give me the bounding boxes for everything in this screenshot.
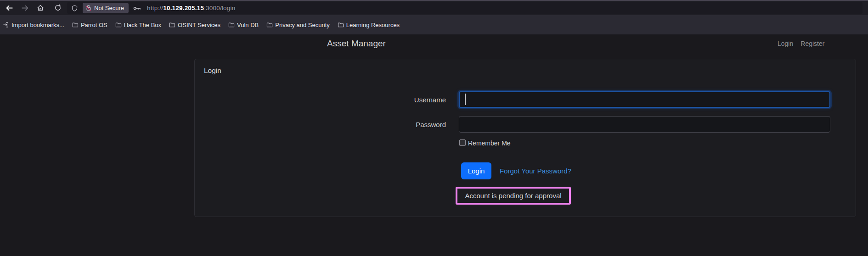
- folder-icon: [338, 22, 344, 28]
- app-brand: Asset Manager: [299, 39, 414, 49]
- reload-icon: [54, 4, 62, 11]
- not-secure-label: Not Secure: [94, 5, 124, 11]
- username-label: Username: [204, 96, 446, 104]
- username-input[interactable]: [459, 91, 830, 108]
- bookmark-label: Learning Resources: [346, 22, 400, 28]
- home-icon: [37, 4, 44, 11]
- bookmark-import[interactable]: Import bookmarks...: [3, 22, 64, 28]
- remember-me-label[interactable]: Remember Me: [468, 140, 511, 147]
- bookmark-label: Parrot OS: [81, 22, 107, 28]
- key-icon[interactable]: [133, 6, 141, 11]
- login-card: Login Username Password Remember Me Logi…: [194, 59, 856, 217]
- status-message: Account is pending for approval: [465, 192, 561, 200]
- bookmark-label: Vuln DB: [237, 22, 259, 28]
- bookmark-folder-hack-the-box[interactable]: Hack The Box: [115, 22, 161, 28]
- nav-login-link[interactable]: Login: [778, 40, 793, 47]
- top-nav: Login Register: [778, 40, 824, 47]
- broken-lock-icon: [85, 5, 92, 11]
- text-cursor: [465, 94, 466, 105]
- folder-icon: [169, 22, 175, 28]
- card-title: Login: [204, 67, 221, 74]
- password-input[interactable]: [459, 116, 830, 133]
- bookmark-folder-privacy-and-security[interactable]: Privacy and Security: [266, 22, 330, 28]
- screen: Not Secure http://10.129.205.15:3000/log…: [0, 0, 868, 256]
- shield-icon[interactable]: [71, 5, 78, 12]
- browser-toolbar: Not Secure http://10.129.205.15:3000/log…: [0, 1, 868, 15]
- back-button[interactable]: [3, 1, 16, 14]
- bookmark-folder-osint-services[interactable]: OSINT Services: [169, 22, 220, 28]
- annotation-highlight-box: Account is pending for approval: [456, 187, 571, 205]
- back-arrow-icon: [6, 4, 13, 12]
- bookmark-folder-parrot-os[interactable]: Parrot OS: [72, 22, 107, 28]
- not-secure-badge[interactable]: Not Secure: [83, 3, 129, 13]
- folder-icon: [72, 22, 79, 28]
- folder-icon: [115, 22, 122, 28]
- forgot-password-link[interactable]: Forgot Your Password?: [500, 167, 571, 175]
- forward-arrow-icon: [21, 4, 29, 12]
- folder-icon: [266, 22, 273, 28]
- login-button[interactable]: Login: [461, 162, 491, 179]
- remember-me-checkbox[interactable]: [459, 139, 466, 146]
- url-host: 10.129.205.15: [163, 5, 204, 11]
- bookmarks-bar: Import bookmarks... Parrot OS Hack The B…: [0, 15, 868, 34]
- webpage: Asset Manager Login Register Login Usern…: [0, 34, 868, 256]
- forward-button[interactable]: [18, 1, 31, 14]
- url-scheme: http://: [147, 5, 163, 11]
- home-button[interactable]: [34, 1, 47, 14]
- bookmark-folder-learning-resources[interactable]: Learning Resources: [338, 22, 400, 28]
- import-icon: [3, 22, 9, 28]
- url-bar[interactable]: Not Secure http://10.129.205.15:3000/log…: [67, 2, 862, 14]
- bookmark-label: Hack The Box: [124, 22, 161, 28]
- bookmark-label: OSINT Services: [178, 22, 220, 28]
- password-label: Password: [204, 121, 446, 128]
- reload-button[interactable]: [51, 1, 64, 14]
- address-text: http://10.129.205.15:3000/login: [147, 5, 235, 11]
- url-path: :3000/login: [204, 5, 235, 11]
- bookmark-label: Import bookmarks...: [11, 22, 64, 28]
- nav-register-link[interactable]: Register: [800, 40, 824, 47]
- bookmark-label: Privacy and Security: [275, 22, 330, 28]
- folder-icon: [228, 22, 235, 28]
- bookmark-folder-vuln-db[interactable]: Vuln DB: [228, 22, 259, 28]
